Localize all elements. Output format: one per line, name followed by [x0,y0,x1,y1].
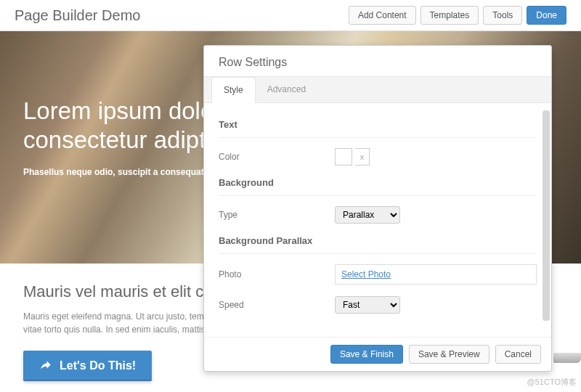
speed-label: Speed [219,300,335,310]
done-button[interactable]: Done [527,6,566,25]
templates-button[interactable]: Templates [420,6,479,25]
section-parallax-label: Background Parallax [219,235,537,254]
color-clear-button[interactable]: x [355,148,370,166]
save-preview-button[interactable]: Save & Preview [409,345,489,364]
modal-footer: Save & Finish Save & Preview Cancel [204,337,551,371]
save-finish-button[interactable]: Save & Finish [330,345,403,364]
add-content-button[interactable]: Add Content [349,6,416,25]
select-photo-link[interactable]: Select Photo [335,264,537,285]
photo-label: Photo [219,269,335,279]
modal-body[interactable]: Text Color x Background Type Parallax Ba… [204,103,551,337]
cancel-button[interactable]: Cancel [495,345,541,364]
tools-button[interactable]: Tools [483,6,522,25]
color-label: Color [219,152,335,162]
color-swatch[interactable] [335,148,352,166]
cta-label: Let's Do This! [60,359,136,372]
type-label: Type [219,210,335,220]
page-title: Page Builder Demo [15,7,140,24]
scrollbar[interactable] [543,110,550,321]
tab-style[interactable]: Style [211,77,256,103]
type-select[interactable]: Parallax [335,206,400,224]
row-settings-modal: Row Settings Style Advanced Text Color x… [203,45,552,372]
section-background-label: Background [219,177,537,196]
cta-button[interactable]: Let's Do This! [23,351,152,381]
topbar: Page Builder Demo Add Content Templates … [0,0,581,31]
watermark: @51CTO博客 [527,377,577,388]
device-base [553,353,581,363]
section-text-label: Text [219,119,537,138]
share-arrow-icon [39,359,52,372]
top-buttons: Add Content Templates Tools Done [349,6,566,25]
tab-advanced[interactable]: Advanced [256,77,317,102]
speed-select[interactable]: Fast [335,296,400,314]
modal-tabs: Style Advanced [204,76,551,103]
modal-title: Row Settings [204,46,551,76]
